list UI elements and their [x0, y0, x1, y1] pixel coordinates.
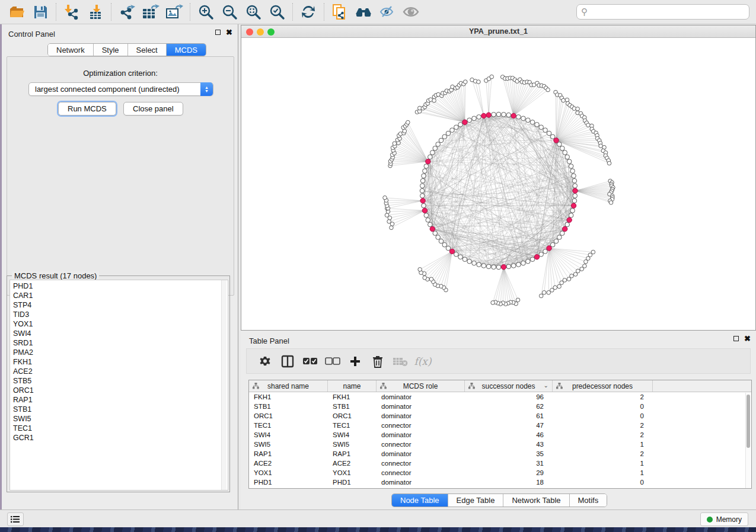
mcds-result-item[interactable]: PHD1 — [13, 281, 228, 291]
column-header-predecessor-nodes[interactable]: predecessor nodes — [553, 380, 653, 392]
table-row[interactable]: STB1STB1dominator620 — [249, 402, 751, 411]
tab-network-table[interactable]: Network Table — [503, 494, 569, 507]
tab-node-table[interactable]: Node Table — [392, 494, 448, 507]
node-table[interactable]: shared namenameMCDS rolesuccessor nodes⌄… — [248, 380, 752, 489]
export-image-icon[interactable] — [165, 3, 183, 21]
tab-select[interactable]: Select — [127, 44, 166, 56]
show-graphics-icon[interactable] — [402, 3, 420, 21]
criterion-dropdown[interactable]: largest connected component (undirected)… — [28, 82, 213, 96]
column-header-shared-name[interactable]: shared name — [249, 380, 328, 392]
mcds-result-item[interactable]: ACE2 — [13, 367, 228, 376]
task-history-button[interactable] — [7, 512, 24, 526]
mcds-result-list[interactable]: PHD1CAR1STP4TID3YOX1SWI4SRD1PMA2FKH1ACE2… — [9, 280, 228, 491]
tab-style[interactable]: Style — [93, 44, 127, 56]
tab-mcds[interactable]: MCDS — [166, 44, 206, 56]
mcds-hub-node[interactable] — [573, 188, 578, 193]
network-canvas-svg[interactable] — [241, 38, 755, 330]
ring-node — [557, 142, 562, 147]
table-scrollbar[interactable] — [745, 393, 751, 488]
ring-node — [526, 259, 531, 264]
share-document-icon[interactable] — [331, 3, 349, 21]
column-header-name[interactable]: name — [328, 380, 377, 392]
mcds-hub-node[interactable] — [501, 265, 506, 270]
mcds-hub-node[interactable] — [481, 113, 486, 118]
run-mcds-button[interactable]: Run MCDS — [58, 102, 116, 116]
mcds-list-scrollbar[interactable] — [221, 280, 227, 490]
mcds-result-item[interactable]: SWI5 — [13, 414, 228, 424]
search-box[interactable]: ⚲ — [576, 4, 749, 20]
mcds-hub-node[interactable] — [511, 113, 516, 118]
mcds-result-item[interactable]: GCR1 — [13, 433, 228, 443]
zoom-selected-icon[interactable] — [268, 3, 286, 21]
table-row[interactable]: FKH1FKH1dominator962 — [249, 392, 751, 402]
zoom-fit-icon[interactable] — [244, 3, 262, 21]
search-objects-icon[interactable] — [355, 3, 372, 21]
table-row[interactable]: SWI5SWI5connector431 — [249, 440, 751, 449]
float-panel-icon[interactable] — [215, 30, 221, 35]
mcds-hub-node[interactable] — [534, 255, 539, 259]
mcds-hub-node[interactable] — [563, 226, 567, 231]
mcds-hub-node[interactable] — [430, 226, 435, 231]
mcds-result-item[interactable]: RAP1 — [13, 395, 228, 405]
select-all-icon[interactable] — [302, 354, 318, 369]
mcds-result-item[interactable]: STB5 — [13, 376, 228, 386]
tab-network[interactable]: Network — [48, 44, 93, 56]
table-row[interactable]: SWI4SWI4dominator462 — [249, 430, 751, 440]
add-column-icon[interactable] — [347, 354, 363, 369]
mcds-hub-node[interactable] — [462, 120, 467, 124]
mcds-hub-node[interactable] — [449, 249, 454, 254]
float-table-panel-icon[interactable] — [733, 336, 739, 341]
column-header-MCDS-role[interactable]: MCDS role — [377, 380, 465, 392]
mcds-hub-node[interactable] — [567, 217, 572, 222]
open-file-icon[interactable] — [8, 3, 25, 21]
close-panel-button[interactable]: Close panel — [123, 102, 183, 116]
mcds-result-item[interactable]: FKH1 — [13, 357, 228, 367]
delete-column-icon[interactable] — [370, 354, 385, 369]
mcds-hub-node[interactable] — [554, 138, 559, 143]
table-row[interactable]: RAP1RAP1dominator352 — [249, 449, 751, 459]
export-network-icon[interactable] — [118, 3, 136, 21]
tab-edge-table[interactable]: Edge Table — [448, 494, 503, 507]
mcds-result-item[interactable]: SWI4 — [13, 329, 228, 338]
search-input[interactable] — [588, 6, 749, 18]
zoom-out-icon[interactable] — [221, 3, 238, 21]
mcds-hub-node[interactable] — [486, 113, 491, 117]
mcds-hub-node[interactable] — [547, 246, 551, 251]
save-session-icon[interactable] — [31, 3, 49, 21]
mcds-result-item[interactable]: PMA2 — [13, 348, 228, 357]
mcds-result-item[interactable]: ORC1 — [13, 386, 228, 395]
column-header-successor-nodes[interactable]: successor nodes⌄ — [465, 380, 553, 392]
import-table-icon[interactable] — [87, 3, 104, 21]
memory-button[interactable]: Memory — [700, 512, 748, 526]
export-table-icon[interactable] — [142, 3, 160, 21]
table-row[interactable]: ACE2ACE2connector311 — [249, 459, 751, 468]
network-window-titlebar[interactable]: YPA_prune.txt_1 — [241, 25, 755, 38]
table-row[interactable]: PHD1PHD1dominator180 — [249, 477, 751, 487]
table-row[interactable]: YOX1YOX1connector291 — [249, 468, 751, 477]
refresh-layout-icon[interactable] — [299, 3, 317, 21]
hide-graphics-icon[interactable] — [378, 3, 396, 21]
mcds-hub-node[interactable] — [420, 198, 425, 203]
table-row[interactable]: ORC1ORC1dominator610 — [249, 411, 751, 421]
close-panel-icon[interactable]: ✖ — [226, 30, 232, 35]
mcds-result-item[interactable]: CAR1 — [13, 291, 228, 300]
mcds-result-item[interactable]: TEC1 — [13, 424, 228, 433]
mcds-hub-node[interactable] — [426, 159, 430, 164]
column-selector-icon[interactable] — [280, 354, 295, 369]
tab-motifs[interactable]: Motifs — [569, 494, 607, 507]
table-row[interactable]: TEC1TEC1connector472 — [249, 421, 751, 430]
mcds-result-item[interactable]: SRD1 — [13, 338, 228, 348]
mcds-hub-node[interactable] — [571, 203, 576, 208]
memory-button-label: Memory — [716, 515, 742, 524]
import-network-icon[interactable] — [63, 3, 81, 21]
zoom-in-icon[interactable] — [197, 3, 215, 21]
table-settings-icon[interactable] — [257, 354, 273, 369]
mcds-result-item[interactable]: YOX1 — [13, 319, 228, 329]
mcds-result-item[interactable]: STB1 — [13, 405, 228, 414]
mcds-result-item[interactable]: STP4 — [13, 300, 228, 310]
table-scrollbar-thumb[interactable] — [747, 395, 750, 448]
mcds-hub-node[interactable] — [422, 208, 427, 213]
mcds-result-item[interactable]: TID3 — [13, 310, 228, 319]
deselect-all-icon[interactable] — [325, 354, 340, 369]
close-table-panel-icon[interactable]: ✖ — [744, 336, 751, 341]
